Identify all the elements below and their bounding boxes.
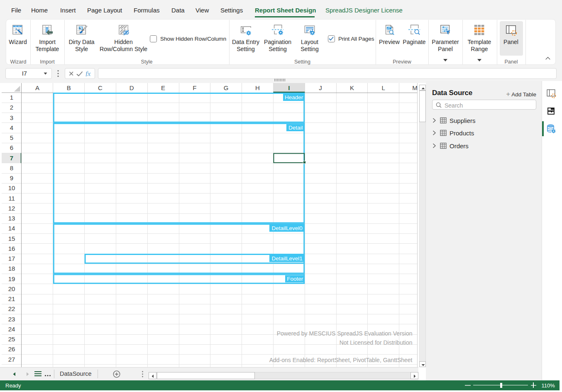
svg-text:fx: fx: [86, 71, 91, 76]
